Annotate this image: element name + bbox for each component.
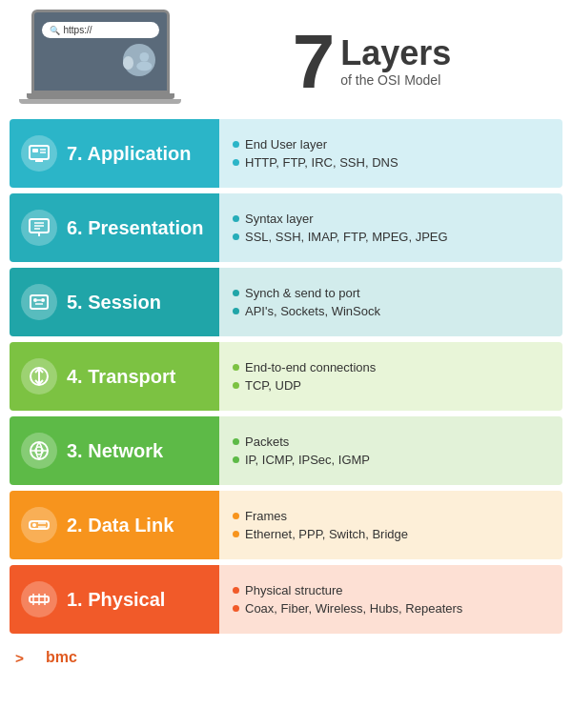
address-bar-text: https:// <box>64 25 92 35</box>
layer-label-7: 7. Application <box>10 119 219 188</box>
layer-row-7: 7. Application End User layer HTTP, FTP,… <box>10 119 562 188</box>
detail-text-2: API's, Sockets, WinSock <box>245 304 380 318</box>
detail-text-1: Syntax layer <box>245 212 314 226</box>
svg-rect-3 <box>32 149 38 152</box>
detail-text-2: HTTP, FTP, IRC, SSH, DNS <box>245 155 398 170</box>
detail-text-1: Physical structure <box>245 583 343 597</box>
address-bar: 🔍 https:// <box>42 22 159 38</box>
bullet-icon <box>233 531 239 537</box>
layer-label-3: 3. Network <box>10 416 219 485</box>
bullet-icon <box>233 308 239 314</box>
bullet-icon <box>233 513 239 519</box>
presentation-icon <box>28 216 51 239</box>
layer-name-1: 1. Physical <box>67 589 165 611</box>
header: 🔍 https:// 7 Layers of the OSI Model <box>0 0 572 119</box>
bullet-icon <box>233 290 239 296</box>
big-number: 7 <box>293 24 336 100</box>
bullet-icon <box>233 233 239 240</box>
layer-label-5: 5. Session <box>10 268 219 336</box>
layer-details-4: End-to-end connections TCP, UDP <box>219 342 562 411</box>
physical-icon <box>28 588 51 611</box>
detail-item: API's, Sockets, WinSock <box>233 304 549 318</box>
detail-item: End User layer <box>233 137 549 152</box>
layer-row-6: 6. Presentation Syntax layer SSL, SSH, I… <box>10 193 562 262</box>
detail-text-2: SSL, SSH, IMAP, FTP, MPEG, JPEG <box>245 230 448 244</box>
layers-word: Layers <box>340 36 451 71</box>
avatar-icon <box>133 47 155 73</box>
layer-label-1: 1. Physical <box>10 565 219 634</box>
bullet-icon <box>233 438 239 445</box>
detail-text-1: End-to-end connections <box>245 360 376 374</box>
layer-icon-2 <box>21 507 57 543</box>
user-avatar <box>123 44 155 76</box>
detail-text-1: Synch & send to port <box>245 286 360 300</box>
bullet-icon <box>233 605 239 612</box>
application-icon <box>28 142 51 165</box>
layer-details-3: Packets IP, ICMP, IPSec, IGMP <box>219 416 562 485</box>
subtitle-text: of the OSI Model <box>340 72 451 88</box>
layer-icon-6 <box>21 210 57 246</box>
detail-item: Physical structure <box>233 583 549 597</box>
bmc-logo: > bmc <box>15 647 77 668</box>
detail-item: Coax, Fiber, Wireless, Hubs, Repeaters <box>233 601 549 616</box>
detail-item: HTTP, FTP, IRC, SSH, DNS <box>233 155 549 170</box>
detail-item: Synch & send to port <box>233 286 549 300</box>
svg-point-0 <box>139 52 149 62</box>
laptop-screen: 🔍 https:// <box>31 10 170 93</box>
layer-details-7: End User layer HTTP, FTP, IRC, SSH, DNS <box>219 119 562 188</box>
layer-icon-1 <box>21 581 57 617</box>
bullet-icon <box>233 159 239 166</box>
transport-icon <box>28 365 51 388</box>
detail-text-1: Packets <box>245 435 289 449</box>
layer-name-4: 4. Transport <box>67 366 175 388</box>
detail-item: TCP, UDP <box>233 378 549 393</box>
layer-name-3: 3. Network <box>67 440 163 462</box>
search-icon: 🔍 <box>50 26 60 35</box>
detail-text-2: TCP, UDP <box>245 378 301 393</box>
bullet-icon <box>233 215 239 222</box>
layer-icon-7 <box>21 135 57 172</box>
layer-details-1: Physical structure Coax, Fiber, Wireless… <box>219 565 562 634</box>
detail-item: Syntax layer <box>233 212 549 226</box>
detail-item: SSL, SSH, IMAP, FTP, MPEG, JPEG <box>233 230 549 244</box>
datalink-icon <box>28 514 51 536</box>
detail-text-2: IP, ICMP, IPSec, IGMP <box>245 453 370 467</box>
session-icon <box>28 291 51 313</box>
svg-point-13 <box>33 298 37 302</box>
svg-rect-12 <box>31 295 48 309</box>
detail-text-2: Ethernet, PPP, Switch, Bridge <box>245 527 408 541</box>
detail-text-2: Coax, Fiber, Wireless, Hubs, Repeaters <box>245 601 462 616</box>
svg-text:>: > <box>15 650 24 666</box>
bullet-icon <box>233 364 239 371</box>
detail-item: Frames <box>233 509 549 523</box>
detail-item: End-to-end connections <box>233 360 549 374</box>
layers-container: 7. Application End User layer HTTP, FTP,… <box>0 119 572 634</box>
layer-name-2: 2. Data Link <box>67 515 174 536</box>
laptop-content <box>34 44 167 76</box>
layer-name-7: 7. Application <box>67 143 191 165</box>
layer-label-4: 4. Transport <box>10 342 219 411</box>
title-text: Layers of the OSI Model <box>340 36 451 88</box>
layer-row-4: 4. Transport End-to-end connections TCP,… <box>10 342 562 411</box>
layer-label-2: 2. Data Link <box>10 491 219 559</box>
layer-details-5: Synch & send to port API's, Sockets, Win… <box>219 268 562 336</box>
network-icon <box>28 439 51 462</box>
layer-details-6: Syntax layer SSL, SSH, IMAP, FTP, MPEG, … <box>219 193 562 262</box>
detail-text-1: Frames <box>245 509 287 523</box>
detail-item: Ethernet, PPP, Switch, Bridge <box>233 527 549 541</box>
svg-point-1 <box>136 62 152 71</box>
svg-point-23 <box>32 523 36 527</box>
detail-item: IP, ICMP, IPSec, IGMP <box>233 453 549 467</box>
svg-point-14 <box>41 298 45 302</box>
layer-icon-3 <box>21 433 57 469</box>
bullet-icon <box>233 382 239 389</box>
laptop-illustration: 🔍 https:// <box>19 10 181 114</box>
layer-label-6: 6. Presentation <box>10 193 219 262</box>
bmc-brand-icon: > <box>15 647 42 668</box>
layer-details-2: Frames Ethernet, PPP, Switch, Bridge <box>219 491 562 559</box>
laptop-foot <box>19 99 181 104</box>
bullet-icon <box>233 141 239 148</box>
bullet-icon <box>233 456 239 463</box>
layer-row-3: 3. Network Packets IP, ICMP, IPSec, IGMP <box>10 416 562 485</box>
layer-name-6: 6. Presentation <box>67 217 203 239</box>
